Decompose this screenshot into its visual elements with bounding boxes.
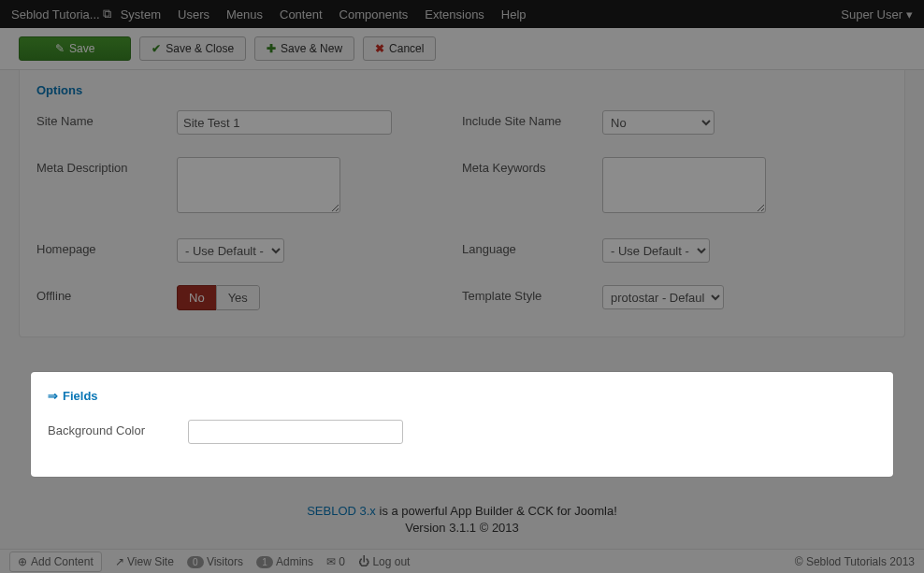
admins-stat: 1Admins	[256, 555, 313, 568]
main-menu: System Users Menus Content Components Ex…	[121, 7, 527, 21]
save-close-label: Save & Close	[166, 42, 234, 55]
logout-label: Log out	[372, 555, 410, 568]
visitors-stat: 0Visitors	[187, 555, 243, 568]
homepage-label: Homepage	[36, 238, 177, 256]
plus-icon	[267, 42, 276, 55]
save-close-button[interactable]: Save & Close	[139, 36, 246, 61]
top-navbar: Seblod Tutoria... ⧉ System Users Menus C…	[0, 0, 924, 28]
menu-content[interactable]: Content	[280, 7, 323, 21]
save-new-label: Save & New	[281, 42, 342, 55]
add-content-button[interactable]: ⊕Add Content	[9, 552, 102, 572]
meta-keywords-label: Meta Keywords	[462, 157, 602, 175]
menu-extensions[interactable]: Extensions	[425, 7, 484, 21]
seblod-link[interactable]: SEBLOD 3.x	[307, 504, 376, 518]
footer-version: Version 3.1.1 © 2013	[0, 520, 924, 537]
fields-heading-text: Fields	[63, 389, 98, 403]
options-panel: Options Site Name Include Site Name No M…	[19, 70, 905, 337]
menu-menus[interactable]: Menus	[226, 7, 263, 21]
visitors-badge: 0	[187, 556, 204, 568]
meta-description-textarea[interactable]	[177, 157, 340, 213]
visitors-label: Visitors	[207, 555, 243, 568]
menu-components[interactable]: Components	[339, 7, 409, 21]
copyright: © Seblod Tutorials 2013	[795, 555, 915, 568]
site-name-input[interactable]	[177, 110, 392, 135]
menu-help[interactable]: Help	[501, 7, 527, 21]
arrow-right-icon: ⇒	[48, 389, 58, 403]
cancel-icon	[375, 42, 384, 55]
brand-text: Seblod Tutoria...	[11, 7, 100, 21]
messages-stat[interactable]: ✉ 0	[326, 555, 345, 568]
meta-description-label: Meta Description	[36, 157, 177, 175]
menu-users[interactable]: Users	[178, 7, 209, 21]
status-bar: ⊕Add Content ↗ View Site 0Visitors 1Admi…	[0, 549, 924, 573]
cancel-button[interactable]: Cancel	[363, 36, 436, 61]
brand-link[interactable]: Seblod Tutoria... ⧉	[11, 7, 111, 21]
background-color-label: Background Color	[48, 420, 188, 437]
offline-toggle[interactable]: No Yes	[177, 285, 260, 310]
include-site-name-select[interactable]: No	[602, 110, 715, 135]
caret-down-icon: ▾	[906, 7, 913, 21]
offline-label: Offline	[36, 285, 177, 303]
template-style-label: Template Style	[462, 285, 602, 303]
cancel-label: Cancel	[389, 42, 424, 55]
user-menu[interactable]: Super User ▾	[841, 7, 913, 21]
language-select[interactable]: - Use Default -	[602, 238, 710, 263]
footer-tagline: is a powerful App Builder & CCK for Joom…	[376, 504, 617, 518]
power-icon: ⏻	[358, 555, 372, 568]
meta-keywords-textarea[interactable]	[602, 157, 766, 213]
save-button[interactable]: Save	[19, 36, 131, 61]
offline-yes[interactable]: Yes	[216, 285, 260, 310]
mail-icon: ✉	[326, 555, 339, 568]
language-label: Language	[462, 238, 602, 256]
homepage-select[interactable]: - Use Default -	[177, 238, 284, 263]
offline-no[interactable]: No	[177, 285, 216, 310]
admins-badge: 1	[256, 556, 273, 568]
external-icon: ↗	[115, 555, 127, 568]
footer-text: SEBLOD 3.x is a powerful App Builder & C…	[0, 503, 924, 537]
site-name-label: Site Name	[36, 110, 177, 128]
add-circle-icon: ⊕	[18, 555, 27, 568]
include-site-name-label: Include Site Name	[462, 110, 602, 128]
view-site-label: View Site	[127, 555, 174, 568]
save-icon	[55, 42, 65, 55]
background-color-input[interactable]	[188, 420, 403, 444]
save-label: Save	[69, 42, 94, 55]
messages-count: 0	[339, 555, 345, 568]
view-site-link[interactable]: ↗ View Site	[115, 555, 174, 568]
add-content-label: Add Content	[31, 555, 94, 568]
action-toolbar: Save Save & Close Save & New Cancel	[0, 28, 924, 70]
admins-label: Admins	[276, 555, 313, 568]
user-name: Super User	[841, 7, 902, 21]
save-new-button[interactable]: Save & New	[254, 36, 354, 61]
external-link-icon: ⧉	[103, 7, 111, 21]
fields-panel: ⇒Fields Background Color	[31, 372, 893, 477]
check-icon	[152, 42, 161, 55]
logout-link[interactable]: ⏻ Log out	[358, 555, 410, 568]
options-heading: Options	[36, 83, 888, 97]
fields-heading: ⇒Fields	[48, 389, 876, 403]
template-style-select[interactable]: protostar - Default	[602, 285, 724, 309]
menu-system[interactable]: System	[121, 7, 161, 21]
